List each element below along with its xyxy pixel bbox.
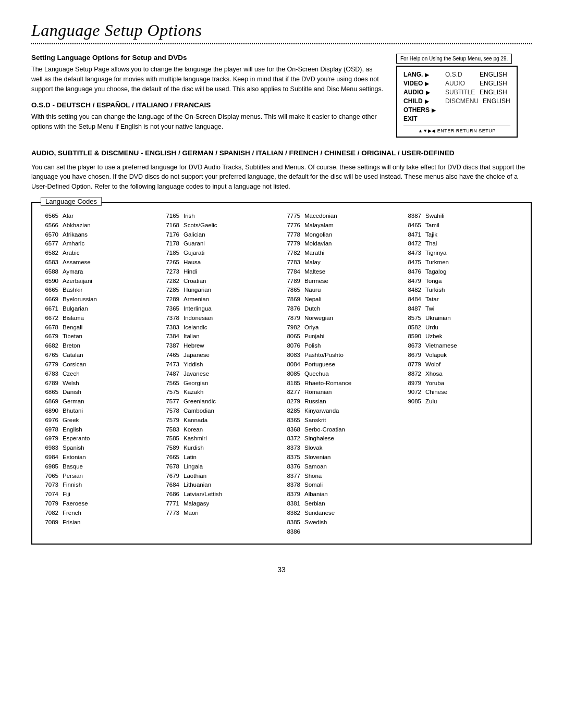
menu-label-child: CHILD	[403, 97, 423, 105]
code-number: 8386	[282, 527, 300, 537]
code-language: Faeroese	[63, 499, 97, 509]
menu-item-exit: EXIT	[403, 115, 436, 122]
code-language: Samoan	[304, 462, 351, 472]
code-language: Cambodian	[183, 406, 222, 416]
menu-row-subtitle: SUBTITLE ENGLISH	[445, 89, 510, 96]
menu-row-osd-label: O.S.D	[445, 71, 475, 78]
code-number: 8368	[282, 425, 300, 435]
code-language: Hungarian	[183, 286, 222, 295]
osd-heading: O.S.D - DEUTSCH / ESPAÑOL / ITALIANO / F…	[31, 101, 384, 109]
code-number: 7585	[161, 434, 179, 443]
code-number: 7082	[40, 509, 58, 518]
code-language: Kazakh	[183, 388, 222, 397]
code-language: Spanish	[63, 443, 97, 453]
code-number: 6865	[40, 388, 58, 397]
code-number: 7773	[161, 509, 179, 518]
code-number: 8385	[282, 518, 300, 527]
code-language: Urdu	[425, 323, 457, 332]
code-number: 6672	[40, 314, 58, 323]
code-number: 7383	[161, 323, 179, 332]
menu-right: O.S.D ENGLISH AUDIO ENGLISH SUBTITLE ENG…	[445, 71, 510, 122]
code-number: 7583	[161, 425, 179, 435]
code-language: Italian	[183, 332, 222, 341]
code-number: 7073	[40, 480, 58, 490]
code-number: 8376	[282, 462, 300, 472]
code-language: German	[63, 397, 97, 406]
code-number: 7575	[161, 388, 179, 397]
code-language: Kannada	[183, 416, 222, 425]
menu-row-audio-value: ENGLISH	[480, 80, 507, 87]
code-language: Catalan	[63, 351, 97, 360]
code-language: Swahili	[425, 212, 457, 221]
code-language: Tamil	[425, 221, 457, 230]
code-language: Albanian	[304, 490, 351, 499]
code-language: Assamese	[63, 258, 97, 267]
code-language: Byelorussian	[63, 295, 97, 304]
code-number: 8472	[402, 239, 421, 249]
menu-arrow-video: ▶	[425, 81, 429, 87]
code-language: Singhalese	[304, 434, 351, 443]
code-number: 8379	[282, 490, 300, 499]
page-title: Language Setup Options	[31, 21, 532, 40]
code-language: Guarani	[183, 239, 222, 249]
menu-box-wrapper: For Help on Using the Setup Menu, see pg…	[396, 54, 532, 139]
code-language: Tibetan	[63, 332, 97, 341]
menu-label-audio: AUDIO	[403, 89, 424, 96]
code-language: Armenian	[183, 295, 222, 304]
code-number: 7074	[40, 490, 58, 499]
language-codes-section: Language Codes 6565656665706577658265836…	[31, 202, 532, 545]
code-language: Scots/Gaelic	[183, 221, 222, 230]
code-number: 7982	[282, 323, 300, 332]
code-language: Basque	[63, 462, 97, 472]
codes-col-1-nums: 7165716871767178718572657273728272857289…	[161, 212, 179, 536]
code-language: Zulu	[425, 397, 457, 406]
code-number: 7384	[161, 332, 179, 341]
code-language: Slovenian	[304, 453, 351, 462]
codes-col-0-langs: AfarAbkhazianAfrikaansAmharicArabicAssam…	[63, 212, 97, 536]
code-number: 7783	[282, 258, 300, 267]
code-language: Yiddish	[183, 360, 222, 369]
code-number: 6665	[40, 286, 58, 295]
code-number: 7487	[161, 369, 179, 379]
menu-row-subtitle-label: SUBTITLE	[445, 89, 475, 96]
code-number: 7289	[161, 295, 179, 304]
code-number: 8575	[402, 314, 421, 323]
code-language: Czech	[63, 369, 97, 379]
menu-box: LANG. ▶ VIDEO ▶ AUDIO ▶ CHILD ▶	[396, 66, 518, 138]
codes-col-2-langs: MacedonianMalayalamMongolianMoldavianMar…	[304, 212, 351, 536]
code-number: 6682	[40, 341, 58, 351]
code-language: Dutch	[304, 304, 351, 314]
code-language: Finnish	[63, 480, 97, 490]
code-language: Punjabi	[304, 332, 351, 341]
code-number: 6983	[40, 443, 58, 453]
code-language: Afar	[63, 212, 97, 221]
code-number: 8065	[282, 332, 300, 341]
code-number: 6671	[40, 304, 58, 314]
codes-col-2-nums: 7775777677787779778277837784778978657869…	[282, 212, 300, 536]
code-language: Nepali	[304, 295, 351, 304]
code-language: Romanian	[304, 388, 351, 397]
menu-arrow-others: ▶	[432, 107, 436, 113]
code-number: 7089	[40, 518, 58, 527]
code-language: Javanese	[183, 369, 222, 379]
code-language: Breton	[63, 341, 97, 351]
code-language: Esperanto	[63, 434, 97, 443]
code-language: Lithuanian	[183, 480, 222, 490]
code-language: Maltese	[304, 267, 351, 277]
codes-col-1: 7165716871767178718572657273728272857289…	[161, 212, 282, 536]
code-number: 6765	[40, 351, 58, 360]
code-number: 6869	[40, 397, 58, 406]
code-language: Xhosa	[425, 369, 457, 379]
code-language: Irish	[183, 212, 222, 221]
code-language: Macedonian	[304, 212, 351, 221]
code-number: 7185	[161, 249, 179, 258]
code-number: 8076	[282, 341, 300, 351]
code-number: 7665	[161, 453, 179, 462]
code-number: 7771	[161, 499, 179, 509]
help-note: For Help on Using the Setup Menu, see pg…	[396, 54, 512, 64]
code-number: 7778	[282, 230, 300, 240]
code-language: Marathi	[304, 249, 351, 258]
audio-subtitle-heading: AUDIO, SUBTITLE & DISCMENU - ENGLISH / G…	[31, 149, 532, 158]
code-number: 8471	[402, 230, 421, 240]
code-language: Afrikaans	[63, 230, 97, 240]
